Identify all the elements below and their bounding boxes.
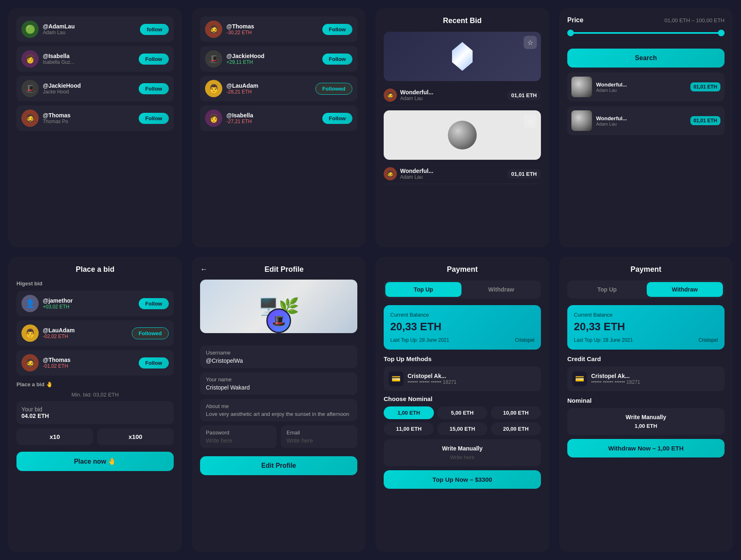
nft-image-1: ☆ (384, 32, 541, 81)
edit-profile-button[interactable]: Edit Profile (200, 456, 357, 475)
follow-button[interactable]: Follow (139, 83, 169, 94)
star-button-2[interactable]: ☆ (524, 114, 537, 128)
follow-button[interactable]: Follow (322, 54, 352, 65)
nominal-btn-5[interactable]: 15,00 ETH (437, 422, 487, 435)
card-name: Cristopel Ak... (408, 373, 457, 379)
topup-tab[interactable]: Top Up (385, 282, 461, 297)
user-handle: Jacke Hood (43, 89, 135, 95)
user-info: @Thomas -30,22 ETH (226, 23, 318, 35)
user-row: 👨 @LauAdam -02,02 ETH Followed (16, 320, 174, 346)
user-info: @Isabella Isabella Guz... (43, 53, 135, 65)
payment-tabs-2: Top Up Withdraw (567, 280, 725, 299)
follow-list-card-1: 🟢 @AdamLau Adam Lau follow 👩 @Isabella I… (8, 8, 182, 247)
user-handle: Thomas Po (43, 119, 135, 124)
payment-title-2: Payment (567, 265, 725, 274)
price-header: Price 01,00 ETH – 100,00 ETH (567, 16, 725, 24)
user-row: 🧔 @Thomas Thomas Po Follow (16, 105, 174, 131)
nominal-btn-3[interactable]: 10,00 ETH (491, 406, 541, 419)
bid-sub: Adam Lau (596, 121, 686, 126)
card-title: Recent Bid (384, 16, 541, 25)
user-name: @JackieHood (43, 82, 135, 89)
x100-button[interactable]: x100 (97, 428, 174, 445)
nominal-btn-1[interactable]: 1,00 ETH (384, 406, 434, 419)
bid-price: 01,01 ETH (507, 169, 541, 179)
range-dot-left[interactable] (567, 30, 574, 36)
bid-section: Place a bid 🤚 Min. bid: 03,02 ETH Your b… (16, 381, 174, 471)
withdraw-tab-2[interactable]: Withdraw (647, 282, 723, 297)
balance-card: Current Balance 20,33 ETH Last Top Up: 2… (384, 305, 541, 350)
bid-user: Adam Lau (400, 174, 433, 180)
payment-title: Payment (384, 265, 541, 274)
search-button[interactable]: Search (567, 49, 725, 68)
edit-profile-title: Edit Profile (211, 265, 357, 274)
eth-amount: -28,21 ETH (226, 89, 311, 95)
eth-amount: +03,02 ETH (43, 304, 135, 310)
balance-label-2: Current Balance (574, 312, 718, 318)
x10-button[interactable]: x10 (16, 428, 93, 445)
bid-user-row-2: 🧔 Wonderful... Adam Lau 01,01 ETH (384, 164, 541, 184)
back-button[interactable]: ← (200, 265, 207, 274)
bid-badge: 01,01 ETH (690, 82, 720, 91)
withdraw-tab[interactable]: Withdraw (463, 282, 539, 297)
min-bid-note: Min. bid: 03,02 ETH (16, 392, 174, 398)
multiplier-row: x10 x100 (16, 428, 174, 445)
write-manually-label: Write Manually (389, 445, 535, 452)
about-me-field: About me Love very aesthetic art and enj… (200, 399, 357, 421)
bid-user-row-1: 🧔 Wonderful... Adam Lau 01,01 ETH (384, 85, 541, 105)
user-row: 🎩 @JackieHood Jacke Hood Follow (16, 76, 174, 101)
username-field: Username @CristopelWa (200, 345, 357, 368)
range-track (567, 32, 725, 34)
user-name: @JackieHood (226, 53, 318, 59)
nft-thumb (571, 110, 592, 131)
nominal-btn-4[interactable]: 11,00 ETH (384, 422, 434, 435)
follow-button[interactable]: Follow (139, 357, 169, 369)
topup-now-button[interactable]: Top Up Now – $3300 (384, 470, 541, 489)
nft-crystal-icon (452, 42, 473, 71)
price-bid-item-2: Wonderful... Adam Lau 01,01 ETH (567, 106, 725, 135)
write-manually[interactable]: Write Manually Write here (384, 439, 541, 466)
payment-tabs: Top Up Withdraw (384, 280, 541, 299)
user-name: @AdamLau (43, 23, 136, 30)
price-range-slider[interactable] (567, 32, 725, 34)
followed-button[interactable]: Followed (315, 83, 352, 95)
follow-button[interactable]: Follow (322, 113, 352, 124)
write-manually-value: 1,00 ETH (573, 423, 719, 429)
write-manually-label-2: Write Manually (573, 414, 719, 420)
user-row: 👩 @Isabella -27,21 ETH Follow (200, 105, 357, 131)
avatar: 👨 (21, 324, 39, 342)
write-manually-withdraw[interactable]: Write Manually 1,00 ETH (567, 408, 725, 435)
write-manually-placeholder: Write here (389, 454, 535, 460)
avatar: 🎩 (205, 50, 222, 68)
price-range: 01,00 ETH – 100,00 ETH (664, 17, 725, 23)
user-info: @JackieHood Jacke Hood (43, 82, 135, 95)
payment-method-2: 💳 Cristopel Ak... •••••• •••••• •••••• 1… (567, 366, 725, 391)
bid-info: Wonderful... Adam Lau (596, 115, 686, 126)
balance-card-2: Current Balance 20,33 ETH Last Top Up: 2… (567, 305, 725, 350)
your-bid-container: Your bid 04.02 ETH (16, 401, 174, 424)
follow-button[interactable]: follow (140, 24, 169, 35)
place-now-button[interactable]: Place now 🤚 (16, 452, 174, 471)
payment-method: 💳 Cristopel Ak... •••••• •••••• •••••• 1… (384, 366, 541, 391)
follow-button[interactable]: Follow (139, 298, 169, 309)
follow-button[interactable]: Follow (139, 54, 169, 65)
followed-button[interactable]: Followed (132, 327, 169, 339)
withdraw-now-button[interactable]: Withdraw Now – 1,00 ETH (567, 439, 725, 457)
range-dot-right[interactable] (718, 30, 725, 36)
follow-button[interactable]: Follow (139, 113, 169, 124)
card-name-2: Cristopel Ak... (591, 373, 640, 379)
your-name-label: Your name (206, 376, 352, 383)
avatar: 🧔 (21, 110, 39, 127)
password-placeholder: Write here (206, 437, 271, 444)
nominal-btn-6[interactable]: 20,00 ETH (491, 422, 541, 435)
user-info: @LauAdam -02,02 ETH (43, 327, 128, 339)
bid-user: Adam Lau (400, 96, 433, 101)
profile-avatar: 🎩 (266, 308, 291, 333)
star-button-1[interactable]: ☆ (524, 36, 537, 49)
topup-tab-2[interactable]: Top Up (569, 282, 645, 297)
avatar: 🧔 (21, 354, 39, 371)
credit-card-icon-2: 💳 (572, 371, 587, 386)
bid-nft-name: Wonderful... (400, 89, 433, 96)
nominal-btn-2[interactable]: 5,00 ETH (437, 406, 487, 419)
follow-button[interactable]: Follow (322, 24, 352, 35)
last-topup: Last Top Up: 28 June 2021 (390, 337, 449, 343)
